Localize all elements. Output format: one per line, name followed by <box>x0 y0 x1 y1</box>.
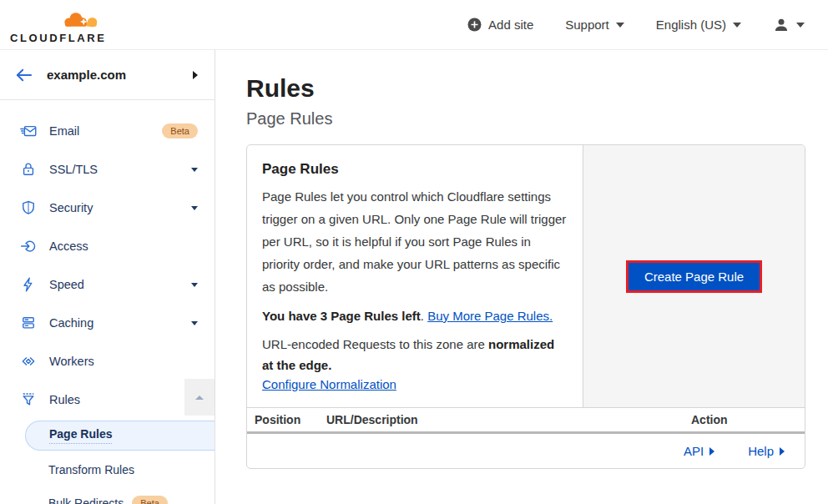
card-heading: Page Rules <box>262 161 568 178</box>
sidebar-item-speed[interactable]: Speed <box>0 265 215 304</box>
chevron-up-icon <box>195 396 204 400</box>
lock-icon <box>20 161 37 178</box>
zone-expand-icon[interactable] <box>193 71 198 79</box>
sidebar-item-security[interactable]: Security <box>0 189 215 227</box>
rules-table-header: Position URL/Description Action <box>247 407 805 434</box>
support-label: Support <box>565 18 609 32</box>
sidebar-item-access[interactable]: Access <box>0 227 215 265</box>
rules-icon <box>20 391 37 408</box>
access-icon <box>20 238 37 255</box>
speed-icon <box>20 276 37 293</box>
plus-circle-icon <box>467 18 482 32</box>
sidebar-nav: Email Beta SSL/TLS Security <box>0 100 215 504</box>
sidebar-item-page-rules[interactable]: Page Rules <box>25 421 215 451</box>
sidebar-item-label: Security <box>49 201 191 214</box>
sidebar-item-ssl-tls[interactable]: SSL/TLS <box>0 150 215 189</box>
column-header-position: Position <box>255 413 326 426</box>
collapse-scroll-button[interactable] <box>184 379 215 416</box>
email-icon <box>20 123 37 139</box>
caching-icon <box>20 315 37 331</box>
rules-subnav: Page Rules Transform Rules Bulk Redirect… <box>0 421 215 504</box>
quota-separator: . <box>421 309 427 323</box>
column-header-action: Action <box>691 413 805 426</box>
chevron-down-icon <box>616 23 624 28</box>
sidebar-item-caching[interactable]: Caching <box>0 304 215 342</box>
card-description: Page Rules let you control which Cloudfl… <box>262 185 568 298</box>
sidebar-item-label: Workers <box>49 355 198 368</box>
beta-badge: Beta <box>132 496 168 504</box>
sidebar-item-label: Bulk Redirects <box>48 496 124 504</box>
sidebar-item-label: Speed <box>49 278 191 291</box>
buy-more-page-rules-link[interactable]: Buy More Page Rules. <box>427 309 553 323</box>
sidebar-item-label: Page Rules <box>49 427 112 444</box>
cloudflare-cloud-icon <box>56 9 103 31</box>
normalization-text: URL-encoded Requests to this zone are <box>262 337 488 351</box>
card-footer: API Help <box>247 434 805 468</box>
chevron-down-icon <box>796 23 805 28</box>
quota-line: You have 3 Page Rules left. Buy More Pag… <box>262 309 568 323</box>
help-link[interactable]: Help <box>748 444 785 458</box>
language-label: English (US) <box>656 18 726 32</box>
chevron-down-icon[interactable] <box>191 283 198 287</box>
cloudflare-logo[interactable]: CLOUDFLARE <box>10 6 107 44</box>
sidebar-item-bulk-redirects[interactable]: Bulk Redirects Beta <box>0 486 215 504</box>
page-title: Rules <box>246 73 828 103</box>
column-header-url-description: URL/Description <box>326 413 691 426</box>
zone-selector: example.com <box>0 50 215 100</box>
sidebar-item-label: Rules <box>49 393 198 406</box>
chevron-down-icon[interactable] <box>191 321 198 325</box>
sidebar-item-email[interactable]: Email Beta <box>0 112 215 150</box>
create-page-rule-button[interactable]: Create Page Rule <box>629 263 760 290</box>
chevron-down-icon[interactable] <box>191 168 198 172</box>
card-action-panel: Create Page Rule <box>583 145 805 407</box>
top-header: CLOUDFLARE Add site Support English (US) <box>0 0 828 50</box>
back-arrow-icon[interactable] <box>15 68 33 83</box>
page-subtitle: Page Rules <box>246 109 828 129</box>
configure-normalization-link[interactable]: Configure Normalization <box>262 377 396 391</box>
chevron-right-icon <box>780 447 785 456</box>
sidebar-item-label: SSL/TLS <box>49 163 191 176</box>
sidebar-item-rules[interactable]: Rules <box>0 381 215 419</box>
beta-badge: Beta <box>162 123 198 139</box>
top-navigation: Add site Support English (US) <box>467 17 805 33</box>
add-site-button[interactable]: Add site <box>467 18 533 32</box>
chevron-down-icon <box>733 23 741 28</box>
sidebar: example.com Email Beta SSL/TLS <box>0 50 215 504</box>
zone-name: example.com <box>47 68 179 82</box>
workers-icon <box>20 353 37 370</box>
help-link-label: Help <box>748 444 774 458</box>
main-content: Rules Page Rules Page Rules Page Rules l… <box>215 50 828 504</box>
user-icon <box>773 17 790 33</box>
api-link-label: API <box>684 444 704 458</box>
card-description-panel: Page Rules Page Rules let you control wh… <box>247 145 583 407</box>
page-rules-card: Page Rules Page Rules let you control wh… <box>246 144 805 469</box>
sidebar-item-workers[interactable]: Workers <box>0 342 215 381</box>
sidebar-item-label: Access <box>49 239 198 253</box>
card-top-section: Page Rules Page Rules let you control wh… <box>247 145 805 407</box>
normalization-line: URL-encoded Requests to this zone are no… <box>262 334 568 375</box>
support-menu[interactable]: Support <box>565 18 624 32</box>
sidebar-item-label: Transform Rules <box>48 463 134 476</box>
cloudflare-wordmark: CLOUDFLARE <box>10 32 107 44</box>
account-menu[interactable] <box>773 17 805 33</box>
sidebar-item-transform-rules[interactable]: Transform Rules <box>0 453 215 486</box>
sidebar-item-label: Caching <box>49 316 191 330</box>
quota-text: You have 3 Page Rules left <box>262 309 421 323</box>
language-menu[interactable]: English (US) <box>656 18 741 32</box>
shield-icon <box>20 199 37 216</box>
api-link[interactable]: API <box>684 444 714 458</box>
chevron-right-icon <box>709 447 714 456</box>
add-site-label: Add site <box>488 18 533 32</box>
chevron-down-icon[interactable] <box>191 206 198 210</box>
